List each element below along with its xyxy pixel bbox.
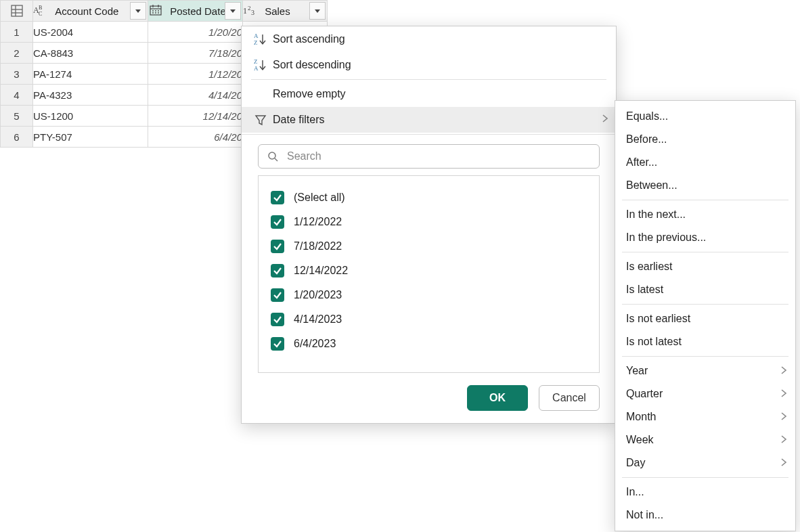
value-label: (Select all) [294, 192, 345, 204]
column-filter-button[interactable] [309, 2, 326, 20]
filter-year[interactable]: Year [615, 359, 795, 382]
column-header-account-code[interactable]: A B C Account Code [33, 1, 148, 22]
filter-before[interactable]: Before... [615, 128, 795, 151]
row-number[interactable]: 4 [1, 85, 33, 106]
cancel-button[interactable]: Cancel [539, 385, 600, 411]
filter-in-next[interactable]: In the next... [615, 203, 795, 226]
cell-posted-date[interactable]: 7/18/20 [148, 43, 243, 64]
svg-marker-22 [315, 9, 320, 13]
menu-label: Sort ascending [270, 33, 606, 45]
filter-is-not-earliest[interactable]: Is not earliest [615, 307, 795, 330]
svg-line-31 [275, 158, 277, 161]
menu-label: Not in... [626, 509, 663, 521]
cell-account-code[interactable]: US-1200 [33, 106, 148, 127]
text-type-icon: A B C [33, 4, 48, 18]
cell-posted-date[interactable]: 1/20/20 [148, 22, 243, 43]
ok-button[interactable]: OK [467, 385, 528, 411]
cell-account-code[interactable]: PA-1274 [33, 64, 148, 85]
menu-separator [622, 200, 788, 200]
row-number[interactable]: 3 [1, 64, 33, 85]
checkbox-checked-icon[interactable] [271, 191, 284, 204]
search-input[interactable] [286, 150, 591, 163]
filter-day[interactable]: Day [615, 451, 795, 474]
checkbox-checked-icon[interactable] [271, 313, 284, 326]
menu-label: Is not latest [626, 336, 682, 348]
filter-value-row[interactable]: 4/14/2023 [271, 307, 587, 332]
grid-corner[interactable] [1, 1, 33, 22]
sort-desc-icon: Z A [251, 58, 270, 72]
menu-separator [622, 304, 788, 305]
menu-separator [251, 79, 606, 80]
checkbox-checked-icon[interactable] [271, 337, 284, 351]
date-filters-submenu: Equals... Before... After... Between... … [615, 100, 796, 531]
filter-not-in[interactable]: Not in... [615, 504, 795, 527]
select-all-row[interactable]: (Select all) [271, 185, 587, 210]
filter-value-row[interactable]: 1/20/2023 [271, 283, 587, 307]
search-icon [267, 150, 279, 162]
filter-is-latest[interactable]: Is latest [615, 278, 795, 301]
checkbox-checked-icon[interactable] [271, 288, 284, 302]
sort-descending-item[interactable]: Z A Sort descending [242, 52, 616, 78]
filter-month[interactable]: Month [615, 405, 795, 428]
sort-ascending-item[interactable]: A Z Sort ascending [242, 26, 616, 52]
cell-posted-date[interactable]: 1/12/20 [148, 64, 243, 85]
chevron-right-icon [601, 114, 609, 126]
checkbox-checked-icon[interactable] [271, 264, 284, 278]
date-filters-item[interactable]: Date filters [242, 107, 616, 133]
column-label: Account Code [55, 5, 118, 17]
row-number[interactable]: 1 [1, 22, 33, 43]
cell-account-code[interactable]: US-2004 [33, 22, 148, 43]
menu-label: Sort descending [270, 59, 606, 71]
checkbox-checked-icon[interactable] [271, 240, 284, 253]
dialog-buttons: OK Cancel [242, 373, 616, 411]
cell-posted-date[interactable]: 6/4/20 [148, 127, 243, 148]
column-header-posted-date[interactable]: Posted Date [148, 1, 243, 22]
cell-account-code[interactable]: CA-8843 [33, 43, 148, 64]
chevron-right-icon [780, 365, 787, 377]
filter-week[interactable]: Week [615, 428, 795, 451]
filter-value-row[interactable]: 1/12/2022 [271, 210, 587, 234]
chevron-down-icon [229, 7, 237, 15]
cell-posted-date[interactable]: 12/14/20 [148, 106, 243, 127]
menu-label: Between... [626, 179, 677, 192]
cell-account-code[interactable]: PTY-507 [33, 127, 148, 148]
menu-label: In... [626, 486, 644, 498]
filter-is-earliest[interactable]: Is earliest [615, 255, 795, 278]
filter-in-previous[interactable]: In the previous... [615, 226, 795, 249]
column-filter-dropdown: A Z Sort ascending Z A Sort descending R… [241, 26, 617, 424]
menu-separator [622, 252, 788, 252]
filter-between[interactable]: Between... [615, 174, 795, 197]
cell-account-code[interactable]: PA-4323 [33, 85, 148, 106]
search-input-wrapper[interactable] [258, 144, 600, 169]
row-number[interactable]: 2 [1, 43, 33, 64]
row-number[interactable]: 6 [1, 127, 33, 148]
value-label: 1/20/2023 [294, 289, 342, 301]
chevron-down-icon [313, 7, 321, 15]
filter-is-not-latest[interactable]: Is not latest [615, 330, 795, 353]
chevron-right-icon [780, 434, 787, 446]
column-filter-button[interactable] [225, 2, 241, 20]
filter-value-row[interactable]: 7/18/2022 [271, 234, 587, 259]
filter-value-row[interactable]: 6/4/2023 [271, 332, 587, 356]
remove-empty-item[interactable]: Remove empty [242, 81, 616, 107]
svg-text:B: B [39, 5, 42, 11]
filter-values-list: (Select all) 1/12/2022 7/18/2022 12/14/2… [258, 175, 600, 373]
chevron-down-icon [134, 7, 142, 15]
filter-quarter[interactable]: Quarter [615, 382, 795, 405]
value-label: 7/18/2022 [294, 240, 342, 252]
svg-marker-29 [256, 116, 265, 125]
filter-after[interactable]: After... [615, 151, 795, 174]
chevron-right-icon [780, 388, 787, 400]
row-number[interactable]: 5 [1, 106, 33, 127]
checkbox-checked-icon[interactable] [271, 215, 284, 229]
column-filter-button[interactable] [130, 2, 146, 20]
menu-label: Week [626, 434, 654, 446]
menu-label: Before... [626, 133, 667, 146]
svg-text:Z: Z [254, 58, 258, 65]
menu-separator [622, 356, 788, 357]
filter-equals[interactable]: Equals... [615, 105, 795, 128]
column-header-sales[interactable]: 1 2 3 Sales [243, 1, 328, 22]
filter-value-row[interactable]: 12/14/2022 [271, 259, 587, 283]
filter-in[interactable]: In... [615, 481, 795, 504]
cell-posted-date[interactable]: 4/14/20 [148, 85, 243, 106]
